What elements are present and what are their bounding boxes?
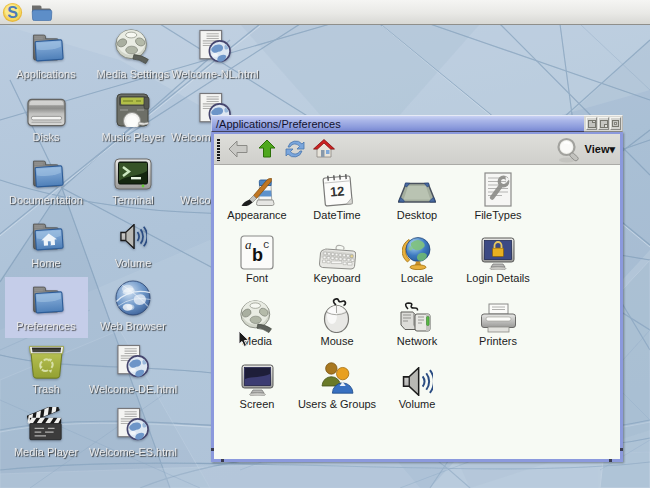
svg-text:S: S — [7, 4, 18, 21]
